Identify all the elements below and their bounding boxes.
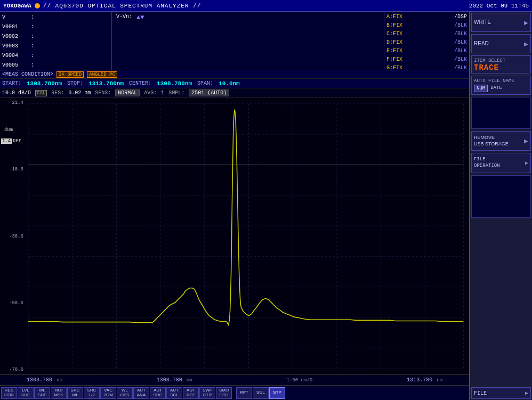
- btn-vac-zom[interactable]: VACZOM: [100, 387, 116, 399]
- meas-bar: <MEAS CONDITION> 2X SPEED ANGLED PC: [0, 70, 469, 79]
- right-panel: WRITE ▶ READ ▶ ITEM SELECT TRACE AUTO FI…: [469, 12, 532, 400]
- spectrum-chart: [0, 98, 469, 374]
- btn-wl-ofs[interactable]: WLOFS: [117, 387, 133, 399]
- item-select-label: ITEM SELECT: [474, 58, 528, 63]
- avg-label: AVG:: [144, 90, 157, 96]
- trace-row-v0004: V0004 :: [2, 51, 109, 61]
- trace-row-v: V :: [2, 13, 109, 22]
- read-button[interactable]: READ ▶: [471, 34, 531, 53]
- x-label-left: 1303.780 nm: [27, 377, 62, 383]
- range-bar: START: 1303.780nm STOP: 1313.780nm CENTE…: [0, 79, 469, 88]
- trace-list: V : V0001 : V0002 : V0003 : V0004 :: [0, 12, 112, 70]
- logo-dot: [35, 3, 40, 9]
- res-val: 0.02 nm: [68, 90, 91, 96]
- item-select-area[interactable]: ITEM SELECT TRACE: [471, 55, 531, 74]
- file-operation-arrow-icon: ▶: [525, 160, 528, 167]
- file-label: FILE: [474, 390, 487, 396]
- bottom-toolbar: RESCOR LVLSHF WLSHF NOIMSK SRCWL SRC1-2 …: [0, 385, 469, 400]
- dsp-panel: A:FIX /DSP B:FIX /BLK C:FIX /BLK D:FIX /…: [384, 12, 469, 70]
- trace-bar: V : V0001 : V0002 : V0003 : V0004 :: [0, 12, 469, 70]
- chart-area: 21.4 -18.6 -38.6 -58.6 -78.6 1.4 REF dBm: [0, 98, 469, 374]
- x-right-nm: nm: [437, 378, 442, 383]
- auto-file-label: AUTO FILE NAME: [474, 78, 528, 84]
- dsp-row-b: B:FIX /BLK: [386, 21, 467, 30]
- dsp-row-d: D:FIX /BLK: [386, 38, 467, 47]
- btn-aut-ref[interactable]: AUTREF: [183, 387, 199, 399]
- btn-noi-msk[interactable]: NOIMSK: [51, 387, 67, 399]
- x-label-right: 1313.780 nm: [407, 377, 442, 383]
- vn-area: V-Vn: ▲ ▼: [112, 12, 384, 70]
- num-button[interactable]: NUM: [474, 85, 488, 92]
- remove-usb-button[interactable]: REMOVE USB STORAGE ▶: [471, 131, 531, 151]
- x-axis-labels: 1303.780 nm 1308.780 nm 1.00 nm/D 1313.7…: [0, 374, 469, 385]
- center-label: CENTER:: [129, 80, 151, 86]
- settings-bar: 10.0 dB/D CAL RES: 0.02 nm SENS: NORMAL …: [0, 88, 469, 98]
- dsp-row-f: F:FIX /BLK: [386, 55, 467, 64]
- item-select-trace: TRACE: [474, 63, 528, 72]
- file-operation-label: FILE OPERATION: [474, 157, 500, 169]
- app-title: // AQ6370D OPTICAL SPECTRUM ANALYZER //: [43, 3, 469, 9]
- scroll-down-icon[interactable]: ▼: [140, 14, 144, 21]
- btn-src-wl[interactable]: SRCWL: [67, 387, 83, 399]
- trace-row-v0002: V0002 :: [2, 32, 109, 42]
- file-operation-button[interactable]: FILE OPERATION ▶: [471, 153, 531, 173]
- avg-val: 1: [161, 90, 164, 96]
- trace-row-v0003: V0003 :: [2, 42, 109, 51]
- file-area-2: [471, 175, 531, 218]
- btn-aut-scl[interactable]: AUTSCL: [166, 387, 182, 399]
- btn-swp-ctr[interactable]: SWPCTR: [199, 387, 215, 399]
- read-label: READ: [474, 40, 489, 47]
- angle-tag: ANGLED PC: [87, 71, 117, 78]
- x-left-val: 1303.780: [27, 377, 52, 383]
- remove-usb-label: REMOVE USB STORAGE: [474, 135, 509, 147]
- trace-row-v0005: V0005 :: [2, 61, 109, 70]
- x-left-nm: nm: [57, 378, 62, 383]
- x-center-val: 1308.780: [157, 377, 182, 383]
- btn-res-cor[interactable]: RESCOR: [1, 387, 17, 399]
- write-button[interactable]: WRITE ▶: [471, 13, 531, 32]
- trace-name-v0004: V0004: [2, 51, 29, 61]
- btn-lvl-shf[interactable]: LVLSHF: [18, 387, 34, 399]
- logo: YOKOGAWA: [3, 3, 31, 9]
- x-center-nm: nm: [187, 378, 192, 383]
- write-label: WRITE: [474, 19, 491, 26]
- btn-src-12[interactable]: SRC1-2: [84, 387, 100, 399]
- cal-tag: CAL: [35, 90, 47, 96]
- x-step-val: 1.00 nm/D: [287, 378, 313, 383]
- file-bottom-button[interactable]: FILE ▶: [471, 387, 531, 399]
- btn-sgl[interactable]: SGL: [253, 387, 269, 399]
- read-arrow-icon: ▶: [524, 41, 528, 47]
- auto-file-area[interactable]: AUTO FILE NAME NUM DATE: [471, 76, 531, 95]
- btn-smo-oth[interactable]: SMOOTH: [216, 387, 232, 399]
- btn-stp[interactable]: STP: [269, 387, 285, 399]
- span-val: 10.0nm: [219, 80, 240, 87]
- meas-condition: <MEAS CONDITION>: [2, 71, 53, 77]
- dsp-row-c: C:FIX /BLK: [386, 30, 467, 38]
- trace-name-v0003: V0003: [2, 42, 29, 51]
- vn-label: V-Vn:: [116, 14, 132, 20]
- file-arrow-icon: ▶: [525, 390, 528, 396]
- btn-aut-ana[interactable]: AUTANA: [133, 387, 149, 399]
- x-label-center: 1308.780 nm: [157, 377, 192, 383]
- left-panel: V : V0001 : V0002 : V0003 : V0004 :: [0, 12, 469, 400]
- btn-aut-src[interactable]: AUTSRC: [150, 387, 166, 399]
- sens-label: SENS:: [95, 90, 111, 96]
- remove-usb-arrow-icon: ▶: [524, 137, 528, 144]
- header: YOKOGAWA // AQ6370D OPTICAL SPECTRUM ANA…: [0, 0, 532, 12]
- trace-name-v0001: V0001: [2, 22, 29, 32]
- file-display-area: [471, 97, 531, 129]
- sens-val: NORMAL: [115, 89, 140, 96]
- span-label: SPAN:: [197, 80, 213, 86]
- btn-wl-shf[interactable]: WLSHF: [34, 387, 50, 399]
- smpl-val: 2501 (AUTO): [189, 89, 229, 96]
- dsp-row-a: A:FIX /DSP: [386, 13, 467, 21]
- date-label: DATE: [489, 85, 503, 92]
- datetime: 2022 Oct 09 11:45: [469, 3, 529, 9]
- start-val: 1303.780nm: [27, 80, 62, 87]
- scroll-up-icon[interactable]: ▲: [136, 14, 140, 21]
- trace-row-v0001: V0001 :: [2, 22, 109, 32]
- speed-tag: 2X SPEED: [57, 71, 84, 78]
- btn-rpt[interactable]: RPT: [236, 387, 252, 399]
- res-label: RES:: [51, 90, 64, 96]
- trace-name-v0002: V0002: [2, 32, 29, 42]
